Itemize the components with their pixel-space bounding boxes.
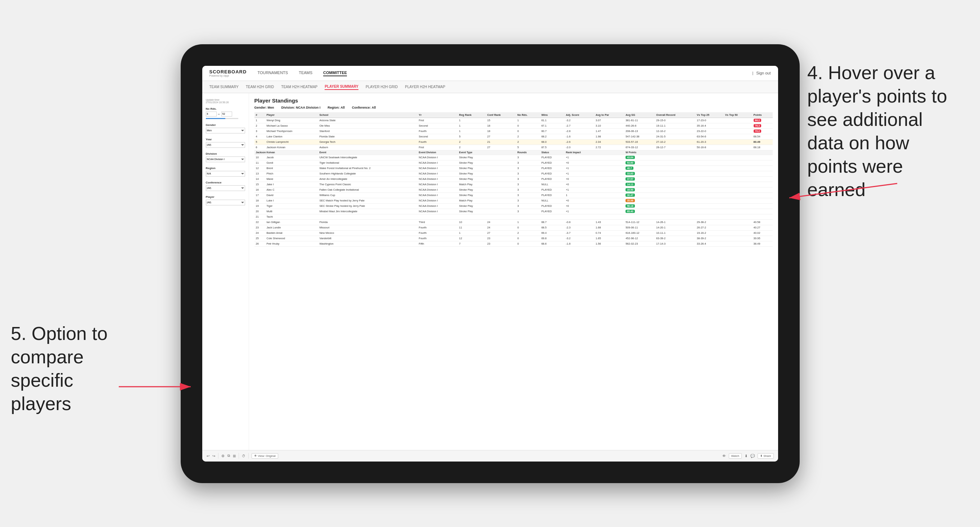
standings-table: # Player School Yr Reg Rank Conf Rank No… <box>255 112 773 247</box>
region-label: Region <box>206 167 245 170</box>
copy-icon[interactable]: ⧉ <box>228 454 230 458</box>
share-icon: ⬆ <box>760 454 763 457</box>
year-select[interactable]: (All) <box>206 142 245 148</box>
player-select[interactable]: (All) <box>206 200 245 205</box>
share-button[interactable]: ⬆ Share <box>757 453 774 459</box>
tablet-screen: SCOREBOARD Powered by clippi TOURNAMENTS… <box>202 66 778 462</box>
table-row: 6 Jackson Koivan Auburn First 2 27 5 87.… <box>255 144 773 150</box>
col-rank: # <box>255 112 265 118</box>
view-original-button[interactable]: 👁 View: Original <box>251 453 278 459</box>
sidebar-division: Division NCAA Division I <box>206 152 245 162</box>
sub-nav-team-h2h-grid[interactable]: TEAM H2H GRID <box>246 84 274 90</box>
sidebar-year: Year (All) <box>206 138 245 148</box>
sub-nav-player-h2h-heatmap[interactable]: PLAYER H2H HEATMAP <box>405 84 445 90</box>
toolbar-sep-2 <box>239 453 239 459</box>
nav-right: | Sign out <box>752 70 771 76</box>
range-slider-fill <box>206 118 225 119</box>
table-row: 22 Ian Gilligan Florida Third 10 24 1 68… <box>255 219 773 225</box>
division-select[interactable]: NCAA Division I <box>206 157 245 162</box>
sign-out-link[interactable]: Sign out <box>756 70 770 76</box>
table-row-tooltip-header: Jackson Koivan Event Event Division Even… <box>255 150 773 155</box>
tooltip-row: 11GordiTiger InvitationalNCAA Division I… <box>255 160 773 165</box>
conference-filter: Conference: All <box>352 106 376 110</box>
year-label: Year <box>206 138 245 141</box>
player-label: Player <box>206 195 245 198</box>
sub-nav-player-h2h-grid[interactable]: PLAYER H2H GRID <box>366 84 398 90</box>
region-filter: Region: All <box>328 106 345 110</box>
sidebar-player: Player (All) <box>206 195 245 205</box>
tooltip-row: 18Luke ISEC Match Play hosted by Jerry P… <box>255 198 773 203</box>
nav-teams[interactable]: TEAMS <box>299 70 312 76</box>
toolbar-sep-3 <box>248 453 249 459</box>
table-row: 3 Michael Thorbjornsen Stanford Fourth 1… <box>255 129 773 134</box>
table-row: 1 Wenyi Ding Arizona State First 1 15 1 … <box>255 117 773 123</box>
bottom-toolbar: ↩ ↪ ⚙ ⧉ ⊞ ⏱ 👁 View: Original 👁 Watch ⬇ 💬 <box>202 450 778 462</box>
col-school: School <box>318 112 417 118</box>
col-wins: Wins <box>540 112 564 118</box>
sub-nav-team-h2h-heatmap[interactable]: TEAM H2H HEATMAP <box>281 84 317 90</box>
table-row: 23 Jack Lundin Missouri Fourth 11 24 0 6… <box>255 225 773 230</box>
update-time: Update time: 27/01/2024 16:56:26 <box>206 98 245 103</box>
table-row: 24 Bastien Amat New Mexico Fourth 1 27 2… <box>255 230 773 236</box>
tooltip-row: 12BrentWake Forest Invitational at Pineh… <box>255 165 773 171</box>
clock-icon[interactable]: ⏱ <box>242 454 245 458</box>
sub-nav-team-summary[interactable]: TEAM SUMMARY <box>210 84 239 90</box>
tooltip-row: 13PhichSouthern Highlands CollegiateNCAA… <box>255 171 773 176</box>
points-badge[interactable]: 70.2 <box>754 130 762 133</box>
col-no-rds: No Rds. <box>516 112 540 118</box>
table-row: 26 Petr Hruby Washington Fifth 7 23 0 68… <box>255 241 773 246</box>
toolbar-right: 👁 Watch ⬇ 💬 ⬆ Share <box>722 453 774 459</box>
gender-filter: Gender: Men <box>255 106 274 110</box>
arrow-top-right <box>782 176 908 205</box>
division-filter: Division: NCAA Division I <box>282 106 321 110</box>
col-vs50: Vs Top 50 <box>724 112 752 118</box>
redo-icon[interactable]: ↪ <box>212 454 215 458</box>
layout-icon[interactable]: ⊞ <box>233 454 236 458</box>
conference-label: Conference <box>206 181 245 184</box>
range-slider[interactable] <box>206 118 238 119</box>
logo-title: SCOREBOARD <box>210 69 247 75</box>
tablet-frame: SCOREBOARD Powered by clippi TOURNAMENTS… <box>181 44 800 483</box>
sub-nav-player-summary[interactable]: PLAYER SUMMARY <box>325 84 358 90</box>
standings-title: Player Standings <box>255 97 773 103</box>
table-row: 2 Michael La Sasso Ole Miss Second 1 18 … <box>255 123 773 129</box>
sub-nav: TEAM SUMMARY TEAM H2H GRID TEAM H2H HEAT… <box>202 81 778 93</box>
tooltip-row: 19TigerSEC Stroke Play hosted by Jerry P… <box>255 203 773 209</box>
tooltip-row: 14ManeAmer An IntercollegiateNCAA Divisi… <box>255 176 773 182</box>
annotation-bottom-left: 5. Option to compare specific players <box>11 322 133 416</box>
separator-icon: | <box>752 71 754 75</box>
arrow-bottom-left <box>111 376 202 397</box>
tooltip-row: 10JacobUNCW Seahawk IntercollegiateNCAA … <box>255 155 773 160</box>
tooltip-row: 21Tachi <box>255 214 773 219</box>
tooltip-row: 15Jake IThe Cypress Point ClassicNCAA Di… <box>255 182 773 187</box>
feedback-icon[interactable]: 💬 <box>750 454 755 458</box>
col-points: Points <box>752 112 773 118</box>
table-row: 25 Cole Sherwood Vanderbilt Fourth 12 23… <box>255 236 773 241</box>
no-rds-label: No Rds. <box>206 107 245 110</box>
sidebar-no-rds: No Rds. – <box>206 107 245 119</box>
no-rds-max-input[interactable] <box>221 111 232 117</box>
download-icon[interactable]: ⬇ <box>745 454 748 458</box>
points-badge[interactable]: 76.3 <box>754 124 762 127</box>
no-rds-min-input[interactable] <box>206 111 217 117</box>
col-yr: Yr <box>417 112 458 118</box>
nav-committee[interactable]: COMMITTEE <box>323 70 347 76</box>
gender-select[interactable]: Men Women <box>206 128 245 133</box>
col-player: Player <box>265 112 318 118</box>
table-row: 4 Luke Clanton Florida State Second 5 27… <box>255 134 773 139</box>
watch-button[interactable]: Watch <box>729 453 742 459</box>
nav-tournaments[interactable]: TOURNAMENTS <box>257 70 288 76</box>
page-wrapper: SCOREBOARD Powered by clippi TOURNAMENTS… <box>0 0 980 527</box>
sidebar-gender: Gender Men Women <box>206 124 245 133</box>
points-badge[interactable]: 68.2 <box>754 119 762 122</box>
main-content: Update time: 27/01/2024 16:56:26 No Rds.… <box>202 93 778 450</box>
settings-icon[interactable]: ⚙ <box>221 454 224 458</box>
region-select[interactable]: N/A <box>206 171 245 177</box>
table-row: 5 Christo Lamprecht Georgia Tech Fourth … <box>255 139 773 144</box>
undo-icon[interactable]: ↩ <box>207 454 210 458</box>
eye-watch-icon: 👁 <box>722 454 726 458</box>
conference-select[interactable]: (All) <box>206 185 245 191</box>
col-conf-rank: Conf Rank <box>486 112 516 118</box>
sidebar: Update time: 27/01/2024 16:56:26 No Rds.… <box>202 93 249 450</box>
col-reg-rank: Reg Rank <box>458 112 486 118</box>
